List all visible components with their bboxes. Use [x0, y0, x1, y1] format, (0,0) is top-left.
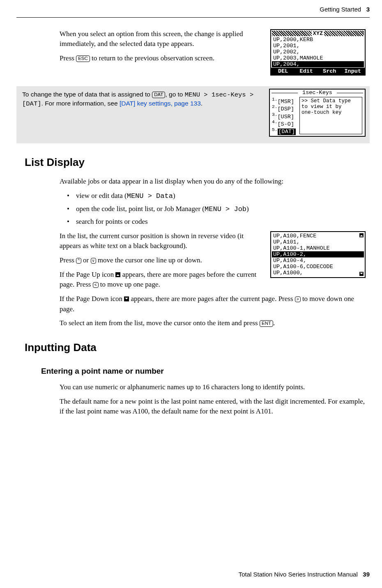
header-chapter-num: 3 — [366, 6, 370, 13]
listdisplay-intro: Available jobs or data appear in a list … — [60, 177, 366, 187]
softkey-del: DEL — [273, 68, 294, 74]
heading-list-display: List Display — [25, 155, 366, 170]
esc-key-icon: ESC — [76, 55, 90, 62]
lcd-softkeys: DEL Edit Srch Input — [271, 68, 365, 75]
inputting-p1: You can use numeric or alphanumeric name… — [60, 382, 366, 393]
screen-xyz: XYZ UP,2000,KERB UP,2001, UP,2002, UP,20… — [270, 29, 366, 76]
screen-xyz-title: XYZ — [312, 30, 324, 37]
heading-inputting-data: Inputting Data — [25, 340, 366, 356]
lcd-row: UP,2003,MANHOLE — [272, 55, 364, 61]
page-up-icon — [359, 233, 364, 237]
subheading-entering-point: Entering a point name or number — [41, 365, 366, 377]
top-rule — [16, 17, 370, 18]
lcd-row: UP,A100,FENCE — [272, 233, 364, 239]
page-down-icon — [359, 272, 364, 276]
list-item: open the code list, point list, or Job M… — [60, 204, 366, 215]
lcd-row-selected: UP,2004, — [272, 61, 364, 67]
softkey-srch: Srch — [319, 68, 340, 74]
lcd-row: UP,2001, — [272, 43, 364, 49]
lcd-row: UP,A100-6,CODECODE — [272, 264, 364, 270]
menu-item: 3.[USR] — [272, 112, 299, 120]
dat-key-icon: DAT — [152, 92, 165, 98]
lcd-row: UP,2000,KERB — [272, 37, 364, 43]
screen-1sec-title: 1sec-Keys — [271, 90, 364, 96]
running-header: Getting Started 3 — [25, 5, 370, 14]
menu-item: 2.[DSP] — [272, 104, 299, 112]
lcd-row: UP,A1000, — [272, 270, 364, 276]
lcd-row: UP,A100-1,MANHOLE — [272, 245, 364, 251]
listdisplay-p4: If the Page Down icon appears, there are… — [60, 294, 366, 314]
hint-box: >> Set Data type to view it by one-touch… — [299, 97, 362, 134]
page-up-icon — [115, 272, 120, 277]
menu-item: 1.[MSR] — [272, 97, 299, 105]
lcd-row: UP,2002, — [272, 49, 364, 55]
left-key-icon: < — [93, 282, 99, 288]
header-section: Getting Started — [320, 6, 361, 13]
softkey-edit: Edit — [296, 68, 317, 74]
list-item: view or edit data (MENU > Data) — [60, 191, 366, 202]
lcd-row: UP,A101, — [272, 239, 364, 245]
cross-ref-link[interactable]: [DAT] key settings, page 133 — [120, 100, 201, 107]
screen-list: UP,A100,FENCE UP,A101, UP,A100-1,MANHOLE… — [270, 231, 366, 278]
lcd-row-selected: UP,A100-2, — [272, 251, 364, 257]
page-footer: Total Station Nivo Series Instruction Ma… — [239, 570, 370, 579]
right-key-icon: > — [295, 296, 301, 302]
lcd-row: UP,A100-4, — [272, 257, 364, 264]
bullet-list: view or edit data (MENU > Data) open the… — [60, 191, 366, 227]
footer-title: Total Station Nivo Series Instruction Ma… — [239, 571, 358, 578]
list-item: search for points or codes — [60, 217, 366, 227]
screen-1sec-keys: 1sec-Keys 1.[MSR] 2.[DSP] 3.[USR] 4.[S-O… — [269, 89, 366, 136]
footer-page-num: 39 — [363, 571, 370, 578]
menu-item: 4.[S-O] — [272, 119, 299, 127]
softkey-input: Input — [343, 68, 364, 74]
down-key-icon: v — [91, 258, 96, 264]
listdisplay-p5: To select an item from the list, move th… — [60, 318, 366, 328]
inputting-p2: The default name for a new point is the … — [60, 397, 366, 417]
tip-note: 1sec-Keys 1.[MSR] 2.[DSP] 3.[USR] 4.[S-O… — [16, 86, 370, 143]
menu-item-selected: 5.[DAT] — [272, 127, 299, 135]
up-key-icon: ^ — [76, 258, 81, 264]
ent-key-icon: ENT — [260, 320, 273, 327]
page-down-icon — [124, 296, 129, 301]
